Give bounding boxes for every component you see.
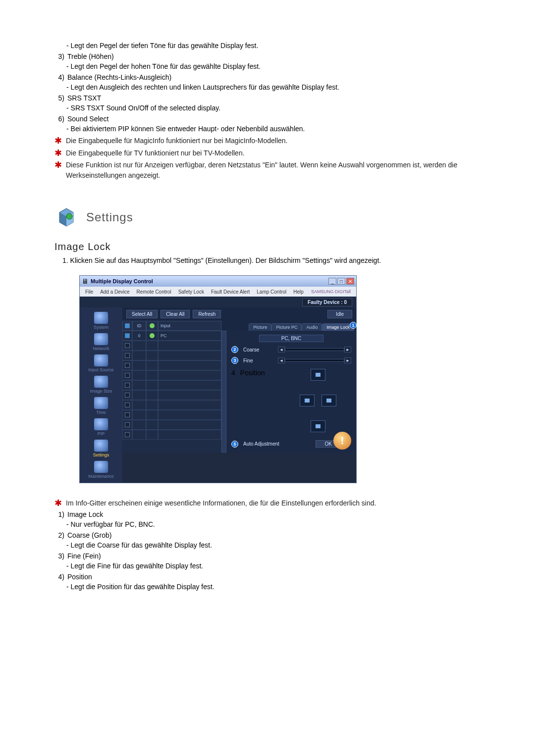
faulty-device-badge: Faulty Device : 0 [302,298,352,306]
note-tv: ✱Die Eingabequelle für TV funktioniert n… [54,148,500,159]
position-right-button[interactable] [321,395,336,406]
note-magicinfo: ✱Die Eingabequelle für MagicInfo funktio… [54,136,500,147]
window-title: Multiple Display Control [91,278,153,284]
svg-point-3 [66,213,72,219]
subhead-image-lock: Image Lock [54,241,500,252]
callout-1-icon: 1 [350,322,357,329]
fine-inc-button[interactable]: ► [344,357,351,363]
panel-mode-badge: PC, BNC [259,335,323,342]
coarse-slider[interactable] [285,348,344,351]
lower-list: 1)Image Lock - Nur verfügbar für PC, BNC… [54,510,500,592]
star-icon: ✱ [54,136,62,147]
callout-3-icon: 3 [231,357,238,364]
menu-file[interactable]: File [83,289,96,295]
position-label: Position [240,369,265,377]
note-info-grid: ✱Im Info-Gitter erscheinen einige wesent… [54,498,500,509]
tab-picture-pc[interactable]: Picture PC [271,323,302,331]
star-icon: ✱ [54,498,62,509]
intro-text: 1. Klicken Sie auf das Hauptsymbol "Sett… [62,256,500,264]
callout-4-icon: 4 [231,369,235,377]
app-window: 🖥 Multiple Display Control _ □ ✕ File Ad… [79,275,357,483]
brand-label: SAMSUNG DIGITall [309,289,353,295]
menu-remote[interactable]: Remote Control [134,289,174,295]
menu-safety-lock[interactable]: Safety Lock [176,289,207,295]
sidebar-item-time[interactable]: Time [84,396,118,416]
position-up-button[interactable] [311,369,325,381]
menubar: File Add a Device Remote Control Safety … [80,287,356,297]
sidebar-item-pip[interactable]: PIP [84,417,118,437]
menu-lamp[interactable]: Lamp Control [254,289,289,295]
coarse-dec-button[interactable]: ◄ [278,347,285,353]
table-row[interactable]: 0 PC [122,331,221,341]
close-button[interactable]: ✕ [346,278,354,285]
note-netstatus: ✱Diese Funktion ist nur für Anzeigen ver… [54,160,500,181]
menu-fault-alert[interactable]: Fault Device Alert [209,289,252,295]
coarse-label: Coarse [243,347,273,353]
alert-disk-icon: ! [333,432,351,450]
fine-dec-button[interactable]: ◄ [278,357,285,363]
menu-add-device[interactable]: Add a Device [98,289,132,295]
settings-cube-icon [54,205,78,229]
titlebar: 🖥 Multiple Display Control _ □ ✕ [80,276,356,287]
fine-slider[interactable] [285,359,344,362]
select-all-button[interactable]: Select All [126,310,158,318]
section-title: Settings [86,210,133,224]
position-down-button[interactable] [311,420,325,432]
callout-2-icon: 2 [231,346,238,353]
grid-header-input: Input [158,321,221,331]
bass-desc: - Legt den Pegel der tiefen Töne für das… [66,41,500,51]
upper-list: 3)Treble (Höhen) - Legt den Pegel der ho… [54,52,500,134]
position-left-button[interactable] [300,395,315,406]
grid-header-check[interactable] [122,321,132,331]
menu-help[interactable]: Help [291,289,306,295]
row-checkbox[interactable] [125,333,130,338]
tab-image-lock[interactable]: Image Lock1 [322,323,354,331]
sidebar-item-settings[interactable]: Settings [84,438,118,458]
grid-header-id: ID [132,321,146,331]
callout-5-icon: 5 [231,441,238,448]
sidebar-item-network[interactable]: Network [84,332,118,352]
clear-all-button[interactable]: Clear All [160,310,190,318]
device-grid: 0 PC [122,331,221,453]
fine-label: Fine [243,358,273,363]
sidebar-item-image-size[interactable]: Image Size [84,374,118,395]
auto-adjust-label: Auto Adjustment [243,441,279,447]
minimize-button[interactable]: _ [328,278,336,285]
tab-audio[interactable]: Audio [302,323,322,331]
sidebar-item-input-source[interactable]: Input Source [84,353,118,373]
scrollbar[interactable] [221,331,226,453]
sidebar: System Network Input Source Image Size T… [80,307,122,483]
maximize-button[interactable]: □ [337,278,345,285]
app-icon: 🖥 [82,277,89,285]
coarse-inc-button[interactable]: ► [344,347,351,353]
refresh-button[interactable]: Refresh [193,310,221,318]
star-icon: ✱ [54,148,62,159]
status-dot-icon [150,333,155,338]
grid-header-status [146,321,158,331]
star-icon: ✱ [54,160,62,171]
status-idle: Idle [327,310,352,318]
sidebar-item-system[interactable]: System [84,310,118,331]
image-lock-panel: PC, BNC 2 Coarse ◄► 3 Fine ◄► 4 [226,331,356,453]
sidebar-item-maintenance[interactable]: Maintenance [84,459,118,480]
tab-picture[interactable]: Picture [249,323,271,331]
